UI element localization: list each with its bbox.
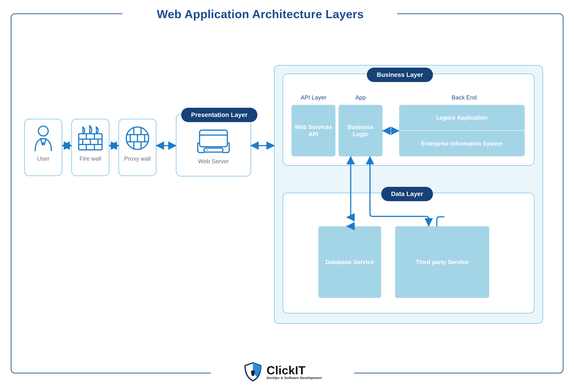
col-api: API Layer xyxy=(291,94,335,101)
logo-name: ClickIT xyxy=(266,364,322,376)
frame-top-left xyxy=(11,13,123,21)
logo-tag: DevOps & Software Development xyxy=(266,376,322,379)
tile-web-services: Web Services API xyxy=(291,105,335,156)
shield-icon xyxy=(243,362,263,382)
tile-third-party: Third party Service xyxy=(395,226,489,298)
svg-rect-31 xyxy=(252,373,254,376)
proxy-icon xyxy=(125,124,150,151)
webserver-label: Web Server xyxy=(198,158,229,165)
data-layer-pill: Data Layer xyxy=(381,187,433,201)
proxy-label: Proxy wall xyxy=(124,155,151,162)
svg-point-0 xyxy=(38,126,48,136)
col-backend: Back End xyxy=(422,94,507,101)
tile-database: Database Service xyxy=(318,226,381,298)
clickit-logo: ClickIT DevOps & Software Development xyxy=(211,358,354,385)
svg-point-24 xyxy=(207,150,208,151)
tile-backend-group: Legacy Application Enterprise Informatio… xyxy=(399,105,525,156)
server-icon xyxy=(197,128,230,153)
frame-top-right xyxy=(397,13,563,21)
tile-business-logic: Business Logic xyxy=(339,105,383,156)
diagram-canvas: Web Application Architecture Layers User xyxy=(0,0,574,392)
firewall-label: Fire wall xyxy=(80,155,101,162)
presentation-node: Web Server xyxy=(176,114,251,177)
firewall-icon xyxy=(77,124,103,151)
firewall-node: Fire wall xyxy=(71,119,109,176)
business-layer-pill: Business Layer xyxy=(367,68,433,82)
presentation-layer-pill: Presentation Layer xyxy=(181,108,257,122)
svg-rect-21 xyxy=(200,130,227,147)
proxy-node: Proxy wall xyxy=(118,119,157,176)
tile-legacy: Legacy Application xyxy=(399,105,525,130)
col-app: App xyxy=(339,94,383,101)
user-label: User xyxy=(37,155,50,162)
user-icon xyxy=(33,124,54,151)
user-node: User xyxy=(24,119,62,176)
tile-eis: Enterprise Information System xyxy=(399,131,525,156)
diagram-title: Web Application Architecture Layers xyxy=(127,7,394,21)
